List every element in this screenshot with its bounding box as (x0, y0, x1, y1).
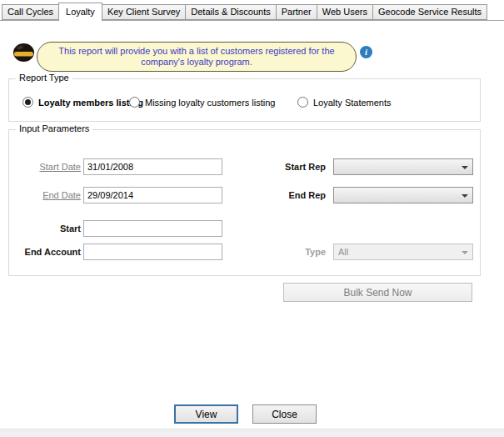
tab-details-discounts[interactable]: Details & Discounts (185, 4, 276, 20)
info-banner: This report will provide you with a list… (37, 42, 357, 72)
report-type-group: Report Type Loyalty members listing Miss… (8, 78, 481, 122)
input-parameters-group: Input Parameters Start Date Start Rep En… (8, 129, 481, 276)
tab-loyalty[interactable]: Loyalty (58, 3, 102, 21)
start-account-input[interactable] (83, 220, 222, 237)
burger-logo-icon (12, 43, 35, 64)
radio-label: Loyalty members listing (38, 98, 143, 108)
start-rep-label: Start Rep (264, 162, 326, 172)
input-parameters-legend: Input Parameters (16, 123, 92, 133)
start-rep-select[interactable] (333, 158, 473, 175)
chevron-down-icon (462, 194, 468, 198)
start-date-input[interactable] (83, 158, 222, 175)
footer-strip (0, 429, 504, 437)
end-account-input[interactable] (83, 244, 222, 260)
type-label: Type (264, 247, 326, 257)
tab-key-client-survey[interactable]: Key Client Survey (102, 4, 186, 20)
radio-checked-icon (22, 97, 33, 108)
info-icon[interactable]: i (360, 46, 372, 58)
end-date-label[interactable]: End Date (16, 190, 81, 200)
radio-unchecked-icon (129, 97, 140, 108)
start-account-label: Start (16, 224, 81, 234)
radio-label: Loyalty Statements (313, 98, 392, 108)
tab-strip: Call Cycles Loyalty Key Client Survey De… (2, 2, 487, 20)
close-button[interactable]: Close (252, 404, 317, 424)
start-date-label[interactable]: Start Date (16, 162, 81, 172)
end-date-input[interactable] (83, 187, 222, 203)
end-account-label: End Account (16, 247, 81, 257)
tab-call-cycles[interactable]: Call Cycles (2, 4, 59, 20)
bulk-send-now-button[interactable]: Bulk Send Now (283, 283, 472, 302)
radio-loyalty-statements[interactable]: Loyalty Statements (297, 97, 392, 108)
loyalty-report-window: Call Cycles Loyalty Key Client Survey De… (0, 0, 504, 437)
chevron-down-icon (462, 166, 468, 169)
type-value: All (338, 247, 348, 258)
tab-web-users[interactable]: Web Users (317, 4, 373, 20)
radio-unchecked-icon (297, 97, 308, 108)
info-banner-text: This report will provide you with a list… (51, 46, 342, 68)
end-rep-select[interactable] (333, 187, 473, 203)
radio-label: Missing loyalty customers listing (145, 98, 276, 108)
end-rep-label: End Rep (264, 190, 326, 200)
radio-missing-loyalty-customers-listing[interactable]: Missing loyalty customers listing (129, 97, 276, 108)
tab-partner[interactable]: Partner (276, 4, 317, 20)
report-type-legend: Report Type (16, 73, 72, 83)
view-button[interactable]: View (174, 404, 238, 424)
tab-geocode-service-results[interactable]: Geocode Service Results (372, 4, 487, 20)
radio-loyalty-members-listing[interactable]: Loyalty members listing (22, 97, 143, 108)
chevron-down-icon (462, 251, 468, 254)
type-select[interactable]: All (333, 244, 473, 260)
